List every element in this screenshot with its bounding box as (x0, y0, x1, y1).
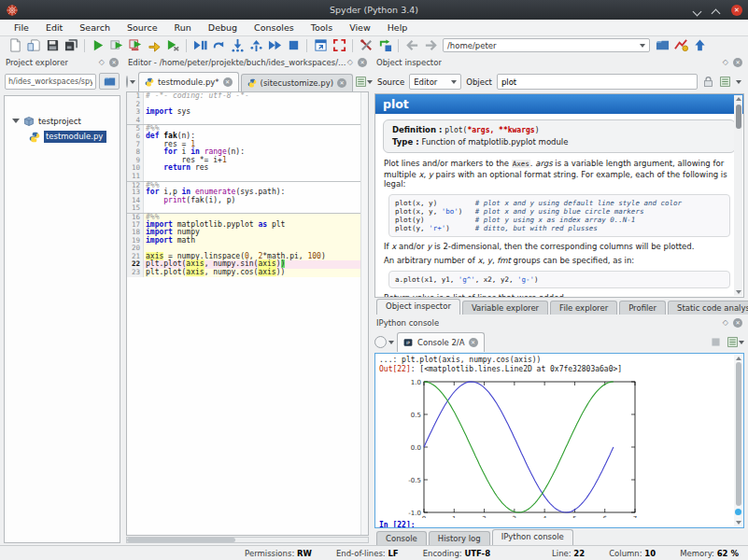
expander-icon[interactable] (12, 119, 20, 123)
save-all-icon[interactable] (62, 37, 80, 53)
tab-profiler[interactable]: Profiler (619, 301, 666, 315)
menu-view[interactable]: View (341, 22, 379, 33)
tab-ipython-console[interactable]: IPython console (492, 529, 573, 545)
editor-tab-testmodule-py-[interactable]: testmodule.py*✕ (138, 72, 239, 91)
python-path-manager-icon[interactable] (375, 37, 394, 53)
run-cell-icon[interactable] (107, 37, 126, 53)
editor-vertical-scrollbar[interactable] (360, 92, 368, 535)
fullscreen-icon[interactable] (330, 37, 348, 53)
maximize-pane-icon[interactable] (311, 37, 330, 53)
undock-icon[interactable]: ◇ (723, 58, 728, 66)
object-inspector-panel: Object inspector ◇ ✕ Source Editor Objec… (373, 54, 746, 315)
tree-item-testproject[interactable]: testproject (5, 113, 120, 129)
close-tab-icon[interactable]: ✕ (337, 78, 346, 88)
console-input-line[interactable]: In [22]: (379, 521, 740, 528)
project-path-input[interactable] (5, 74, 96, 90)
run-cell-advance-icon[interactable] (126, 37, 145, 53)
browse-tabs-button[interactable] (374, 336, 387, 348)
browse-folder-button[interactable] (99, 73, 120, 90)
editor-panel: Editor - /home/peter/projekte/buch/ides_… (124, 54, 371, 545)
svg-text:-1.0: -1.0 (408, 510, 421, 517)
back-arrow-icon[interactable] (402, 37, 421, 53)
menu-run[interactable]: Run (166, 22, 200, 33)
step-over-icon[interactable] (209, 37, 228, 53)
step-into-icon[interactable] (228, 37, 247, 53)
doc-vertical-scrollbar[interactable] (734, 95, 742, 296)
tab-history-log[interactable]: History log (429, 531, 490, 545)
tree-item-testmodule-py[interactable]: testmodule.py (5, 129, 120, 145)
tab-static-code-analysis[interactable]: Static code analysis (668, 301, 748, 315)
close-pane-icon[interactable]: ✕ (733, 318, 742, 328)
chevron-down-icon[interactable] (736, 80, 741, 84)
forward-arrow-icon[interactable] (421, 37, 440, 53)
terminal-icon[interactable] (671, 37, 690, 53)
tab-variable-explorer[interactable]: Variable explorer (462, 301, 548, 315)
definition-box: Definition : plot(*args, **kwargs)Type :… (383, 119, 736, 153)
lock-icon[interactable] (702, 76, 714, 88)
undock-icon[interactable]: ◇ (99, 58, 105, 66)
chevron-down-icon[interactable] (130, 80, 135, 84)
undock-icon[interactable]: ◇ (723, 318, 728, 327)
plain-text: Function of matplotlib.pyplot module (422, 137, 569, 147)
right-column: Object inspector ◇ ✕ Source Editor Objec… (373, 54, 746, 545)
working-directory-combobox[interactable]: /home/peter (443, 38, 650, 52)
chevron-down-icon[interactable] (388, 341, 394, 344)
text-token (146, 163, 163, 172)
debug-file-icon[interactable] (191, 37, 209, 53)
console-tab-Console-2-A[interactable]: IPConsole 2/A✕ (397, 332, 485, 352)
editor-tab--sitecustomize-py-[interactable]: (sitecustomize.py)✕ (241, 74, 353, 91)
status-line: Line: 22 (552, 549, 585, 558)
go-up-icon[interactable] (690, 37, 709, 53)
console-vertical-scrollbar[interactable] (734, 355, 742, 526)
browse-tabs-button[interactable] (126, 76, 128, 88)
menu-help[interactable]: Help (379, 22, 416, 33)
run-selection-icon[interactable] (145, 37, 163, 53)
debug-continue-icon[interactable] (265, 37, 284, 53)
open-directory-icon[interactable] (653, 37, 671, 53)
ipython-console-panel: IPython console ◇ ✕ IPConsole 2/A✕ ...: … (373, 315, 746, 545)
menu-debug[interactable]: Debug (200, 22, 246, 33)
menu-tools[interactable]: Tools (303, 22, 341, 33)
status-label: Column: (609, 549, 644, 558)
menu-edit[interactable]: Edit (37, 22, 71, 33)
menu-search[interactable]: Search (71, 22, 119, 33)
close-window-icon[interactable]: ✕ (731, 5, 742, 16)
status-permissions: Permissions: RW (245, 549, 312, 558)
save-icon[interactable] (43, 37, 62, 53)
menu-source[interactable]: Source (119, 22, 166, 33)
open-file-icon[interactable] (24, 37, 43, 53)
editor-horizontal-scrollbar[interactable] (126, 537, 369, 543)
text-token: 'bo' (442, 207, 459, 216)
close-pane-icon[interactable]: ✕ (733, 58, 742, 67)
options-icon[interactable] (355, 76, 367, 88)
options-icon[interactable] (727, 336, 739, 348)
minimize-icon[interactable] (694, 7, 701, 14)
run-configure-icon[interactable] (163, 37, 182, 53)
text-token: import (146, 107, 173, 116)
tab-console[interactable]: Console (376, 531, 427, 545)
menu-file[interactable]: File (6, 22, 37, 33)
console-output[interactable]: ...: plt.plot(axis, numpy.cos(axis))Out[… (374, 353, 744, 528)
undock-icon[interactable]: ◇ (347, 58, 353, 66)
tab-object-inspector[interactable]: Object inspector (376, 299, 460, 315)
close-tab-icon[interactable]: ✕ (469, 338, 478, 347)
text-token: # plot y using x as index array 0..N-1 (475, 216, 636, 224)
interrupt-kernel-icon[interactable] (710, 336, 722, 348)
preferences-icon[interactable] (357, 37, 375, 53)
tab-file-explorer[interactable]: File explorer (550, 301, 617, 315)
step-return-icon[interactable] (247, 37, 265, 53)
code-editor[interactable]: 1# -*- coding: utf-8 -*-23import sys45#%… (126, 91, 369, 536)
close-pane-icon[interactable]: ✕ (109, 58, 119, 67)
debug-stop-icon[interactable] (284, 37, 303, 53)
new-file-icon[interactable] (6, 37, 24, 53)
source-value: Editor (414, 77, 437, 87)
menu-consoles[interactable]: Consoles (246, 22, 303, 33)
close-tab-icon[interactable]: ✕ (223, 77, 233, 87)
chevron-down-icon[interactable] (739, 341, 744, 344)
run-file-icon[interactable] (89, 37, 107, 53)
options-icon[interactable] (719, 76, 731, 88)
maximize-icon[interactable] (713, 7, 720, 14)
close-pane-icon[interactable]: ✕ (358, 58, 367, 67)
object-input[interactable] (497, 74, 698, 90)
source-combobox[interactable]: Editor (409, 74, 461, 90)
